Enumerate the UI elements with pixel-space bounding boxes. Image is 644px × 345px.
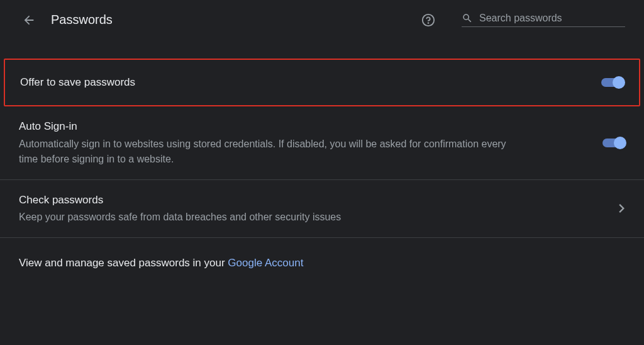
- settings-list: Offer to save passwords Auto Sign-in Aut…: [0, 59, 644, 288]
- toggle-knob: [613, 76, 625, 89]
- toggle-knob: [614, 137, 626, 149]
- page-title: Passwords: [51, 13, 113, 27]
- check-passwords-row[interactable]: Check passwords Keep your passwords safe…: [0, 180, 644, 239]
- manage-passwords-text: View and manage saved passwords in your: [19, 257, 228, 269]
- help-button[interactable]: [421, 13, 435, 27]
- manage-passwords-note: View and manage saved passwords in your …: [0, 238, 644, 288]
- auto-signin-desc: Automatically sign in to websites using …: [19, 137, 522, 167]
- google-account-link[interactable]: Google Account: [228, 257, 303, 269]
- offer-save-passwords-row: Offer to save passwords: [4, 59, 640, 106]
- offer-save-passwords-title: Offer to save passwords: [20, 75, 591, 90]
- header: Passwords: [0, 0, 644, 40]
- search-icon: [462, 13, 473, 24]
- back-button[interactable]: [22, 13, 36, 27]
- auto-signin-toggle[interactable]: [602, 139, 625, 147]
- offer-save-passwords-toggle[interactable]: [601, 78, 624, 87]
- arrow-left-icon: [22, 13, 36, 27]
- auto-signin-row: Auto Sign-in Automatically sign in to we…: [0, 106, 644, 180]
- auto-signin-title: Auto Sign-in: [19, 119, 592, 134]
- chevron-right-icon: [619, 204, 625, 213]
- check-passwords-title: Check passwords: [19, 193, 609, 208]
- help-icon: [421, 13, 435, 27]
- check-passwords-desc: Keep your passwords safe from data breac…: [19, 210, 522, 225]
- svg-point-1: [428, 23, 429, 23]
- search-field[interactable]: [462, 13, 625, 27]
- search-input[interactable]: [479, 13, 618, 24]
